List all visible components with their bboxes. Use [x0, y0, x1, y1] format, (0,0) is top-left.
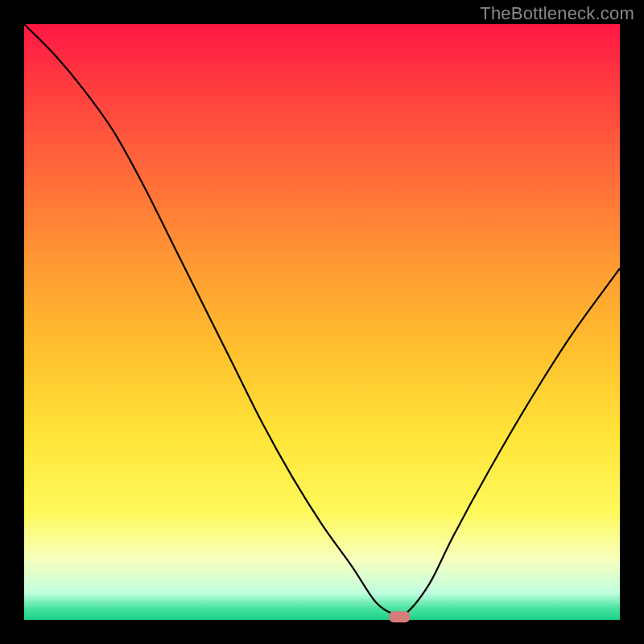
bottleneck-chart: TheBottleneck.com: [0, 0, 644, 644]
watermark-text: TheBottleneck.com: [480, 3, 634, 24]
chart-svg: [0, 0, 644, 644]
plot-gradient-background: [24, 24, 620, 620]
optimum-marker: [389, 611, 410, 622]
